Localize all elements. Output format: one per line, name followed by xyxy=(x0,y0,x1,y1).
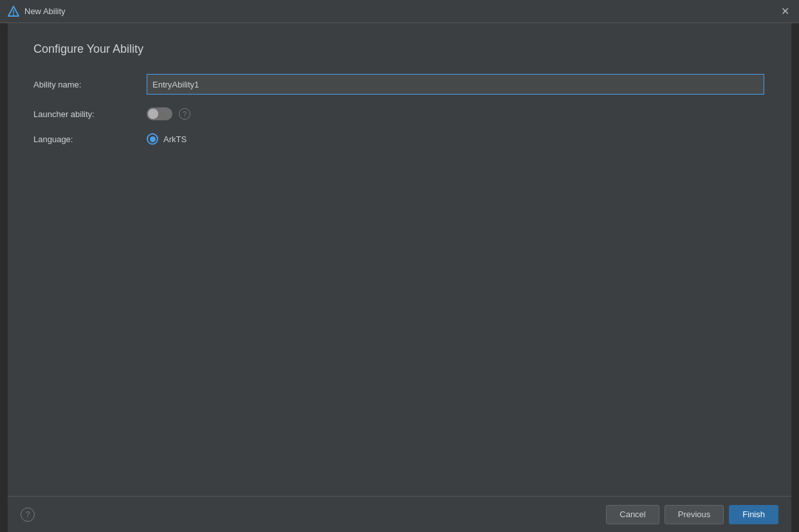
toggle-thumb xyxy=(148,109,158,119)
svg-point-2 xyxy=(13,14,14,15)
dialog-overlay: New Ability ✕ Configure Your Ability Abi… xyxy=(0,0,799,532)
right-edge xyxy=(791,23,799,532)
ability-name-row: Ability name: xyxy=(33,74,766,95)
launcher-help-icon[interactable]: ? xyxy=(179,108,190,120)
language-label: Language: xyxy=(33,134,136,144)
arkts-radio-container: ArkTS xyxy=(147,133,187,145)
previous-button[interactable]: Previous xyxy=(665,505,724,524)
main-dialog: Configure Your Ability Ability name: Lau… xyxy=(8,23,791,532)
bottom-help-icon[interactable]: ? xyxy=(21,508,35,522)
bottom-bar: ? Cancel Previous Finish xyxy=(8,496,791,532)
launcher-toggle[interactable] xyxy=(147,107,172,120)
toggle-track xyxy=(147,107,172,120)
arkts-radio-button[interactable] xyxy=(147,133,158,145)
bottom-right: Cancel Previous Finish xyxy=(606,505,778,524)
bottom-left: ? xyxy=(21,508,35,522)
dialog-content: Configure Your Ability Ability name: Lau… xyxy=(8,23,791,496)
launcher-ability-label: Launcher ability: xyxy=(33,109,136,119)
ability-name-label: Ability name: xyxy=(33,80,136,89)
finish-button[interactable]: Finish xyxy=(729,505,778,524)
form-container: Ability name: Launcher ability: xyxy=(33,74,766,145)
launcher-ability-row: Launcher ability: ? xyxy=(33,107,766,120)
ability-name-input[interactable] xyxy=(147,74,764,95)
section-title: Configure Your Ability xyxy=(33,42,766,56)
toggle-container: ? xyxy=(147,107,190,120)
arkts-radio-label: ArkTS xyxy=(163,134,187,144)
close-button[interactable]: ✕ xyxy=(778,5,791,18)
language-row: Language: ArkTS xyxy=(33,133,766,145)
cancel-button[interactable]: Cancel xyxy=(606,505,659,524)
title-bar-left: New Ability xyxy=(8,6,66,17)
title-bar: New Ability ✕ xyxy=(0,0,799,23)
main-wrapper: Configure Your Ability Ability name: Lau… xyxy=(0,23,799,532)
app-icon xyxy=(8,6,19,17)
left-sidebar xyxy=(0,23,8,532)
window-title: New Ability xyxy=(24,6,66,16)
